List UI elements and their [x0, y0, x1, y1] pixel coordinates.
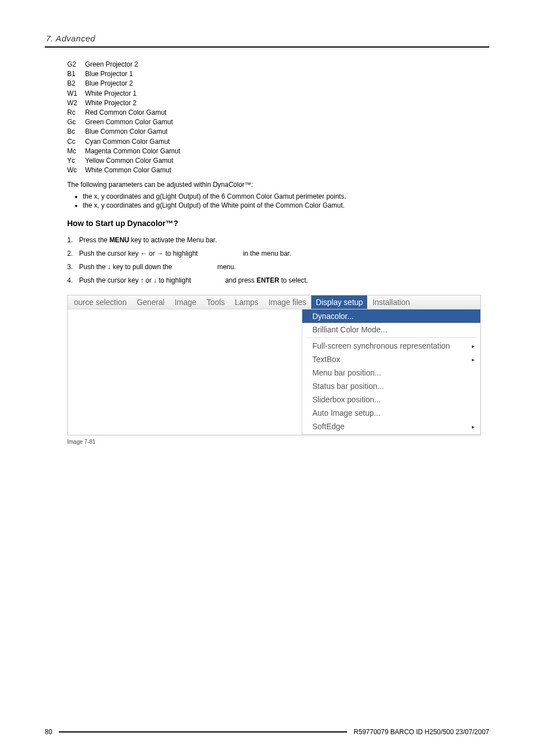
- dropdown-item-label: Brilliant Color Mode...: [312, 325, 387, 334]
- step-key: ENTER: [256, 276, 279, 284]
- footer-rule: [59, 731, 346, 732]
- definition-code: W2: [67, 98, 85, 108]
- definition-label: White Projector 2: [85, 98, 182, 108]
- step-highlight: Dynacolor: [193, 276, 223, 284]
- step-number: 3.: [67, 263, 77, 271]
- step-text: Push the ↓ key to pull down the: [79, 263, 174, 271]
- step-3: 3. Push the ↓ key to pull down the Displ…: [67, 260, 489, 274]
- dropdown-item-label: Auto Image setup...: [312, 408, 380, 417]
- chevron-right-icon: ▸: [472, 356, 475, 363]
- dropdown-item-label: Menu bar position...: [312, 368, 381, 377]
- chevron-right-icon: ▸: [472, 343, 475, 349]
- dropdown-item[interactable]: Full-screen synchronous representation▸: [302, 339, 480, 353]
- step-number: 2.: [67, 250, 77, 257]
- definition-row: WcWhite Common Color Gamut: [67, 166, 182, 175]
- definitions-table: G2Green Projector 2B1Blue Projector 1B2B…: [67, 60, 182, 175]
- dropdown-item[interactable]: Sliderbox position...: [302, 393, 480, 406]
- dropdown-item-label: Sliderbox position...: [312, 395, 381, 404]
- menu-screenshot: ource selection General Image Tools Lamp…: [67, 295, 481, 435]
- step-4: 4. Push the cursor key ↑ or ↓ to highlig…: [67, 274, 489, 287]
- dropdown-item-label: TextBox: [312, 355, 340, 364]
- menu-item-image-files[interactable]: Image files: [264, 298, 312, 307]
- definition-label: Green Projector 2: [85, 60, 182, 69]
- definition-label: Blue Common Color Gamut: [85, 127, 182, 137]
- definition-code: Rc: [67, 108, 85, 118]
- definition-label: Magenta Common Color Gamut: [85, 147, 182, 156]
- header-rule: [45, 46, 489, 48]
- content-block: G2Green Projector 2B1Blue Projector 1B2B…: [67, 60, 489, 445]
- definition-label: Cyan Common Color Gamut: [85, 137, 182, 147]
- chevron-right-icon: ▸: [472, 424, 475, 430]
- step-text: Press the: [79, 236, 109, 244]
- menu-lower: Dynacolor...Brilliant Color Mode...Full-…: [68, 309, 480, 435]
- step-text: and press: [223, 276, 256, 284]
- dropdown-item[interactable]: SoftEdge▸: [302, 420, 480, 433]
- doc-id: R59770079 BARCO ID H250/500 23/07/2007: [350, 728, 489, 736]
- dropdown-item-label: Full-screen synchronous representation: [312, 341, 450, 350]
- definition-row: B1Blue Projector 1: [67, 69, 182, 79]
- step-text: key to activate the Menu bar.: [129, 236, 217, 244]
- step-number: 4.: [67, 276, 77, 284]
- step-2: 2. Push the cursor key ← or → to highlig…: [67, 247, 489, 260]
- page-number: 80: [45, 728, 55, 736]
- step-text: Push the cursor key ↑ or ↓ to highlight: [79, 276, 193, 284]
- step-text: in the menu bar.: [241, 250, 291, 257]
- dropdown-item[interactable]: Auto Image setup...: [302, 406, 480, 420]
- steps-list: 1. Press the MENU key to activate the Me…: [67, 233, 489, 287]
- dropdown-item-label: SoftEdge: [312, 422, 345, 431]
- dropdown-item-label: Status bar position...: [312, 382, 384, 391]
- definition-code: Wc: [67, 166, 85, 175]
- definition-code: G2: [67, 60, 85, 69]
- step-1: 1. Press the MENU key to activate the Me…: [67, 233, 489, 247]
- menu-item-tools[interactable]: Tools: [202, 298, 230, 307]
- definition-row: BcBlue Common Color Gamut: [67, 127, 182, 137]
- definition-code: Cc: [67, 137, 85, 147]
- step-number: 1.: [67, 236, 77, 244]
- definition-row: W2White Projector 2: [67, 98, 182, 108]
- dropdown-item[interactable]: Menu bar position...: [302, 366, 480, 379]
- definition-row: RcRed Common Color Gamut: [67, 108, 182, 118]
- definition-code: Gc: [67, 118, 85, 127]
- definition-row: YcYellow Common Color Gamut: [67, 156, 182, 166]
- page-footer: 80 R59770079 BARCO ID H250/500 23/07/200…: [45, 728, 489, 736]
- definition-label: White Common Color Gamut: [85, 166, 182, 175]
- definition-row: B2Blue Projector 2: [67, 79, 182, 88]
- definition-row: GcGreen Common Color Gamut: [67, 118, 182, 127]
- step-highlight: Display Setup: [200, 250, 241, 257]
- definition-label: Red Common Color Gamut: [85, 108, 182, 118]
- dropdown-item[interactable]: Status bar position...: [302, 379, 480, 393]
- definition-label: Green Common Color Gamut: [85, 118, 182, 127]
- definition-code: B2: [67, 79, 85, 88]
- menu-item-lamps[interactable]: Lamps: [230, 298, 264, 307]
- definition-code: B1: [67, 69, 85, 79]
- section-header: 7. Advanced: [46, 34, 489, 43]
- definition-code: Yc: [67, 156, 85, 166]
- bullet-item: the x, y coordinates and g(Light Output)…: [83, 201, 489, 210]
- menu-item-source[interactable]: ource selection: [69, 298, 132, 307]
- menu-item-display-setup[interactable]: Display setup: [311, 295, 367, 309]
- step-highlight: Display Setup: [174, 263, 216, 271]
- sub-heading: How to Start up Dynacolor™?: [67, 219, 489, 228]
- definition-code: Mc: [67, 147, 85, 156]
- dropdown-menu: Dynacolor...Brilliant Color Mode...Full-…: [302, 309, 480, 435]
- image-caption: Image 7-81: [67, 439, 489, 445]
- menu-item-image[interactable]: Image: [170, 298, 202, 307]
- definition-row: G2Green Projector 2: [67, 60, 182, 69]
- menu-item-installation[interactable]: Installation: [367, 298, 415, 307]
- definition-label: Yellow Common Color Gamut: [85, 156, 182, 166]
- definition-label: Blue Projector 1: [85, 69, 182, 79]
- dropdown-item[interactable]: TextBox▸: [302, 353, 480, 366]
- step-text: to select.: [279, 276, 308, 284]
- dropdown-separator: [306, 337, 477, 338]
- definition-label: White Projector 1: [85, 89, 182, 98]
- definition-code: Bc: [67, 127, 85, 137]
- step-key: MENU: [109, 236, 129, 244]
- dropdown-item[interactable]: Brilliant Color Mode...: [302, 323, 480, 336]
- bullet-list: the x, y coordinates and g(Light Output)…: [67, 192, 489, 210]
- menu-item-general[interactable]: General: [132, 298, 170, 307]
- definition-row: CcCyan Common Color Gamut: [67, 137, 182, 147]
- menu-bar: ource selection General Image Tools Lamp…: [68, 295, 480, 309]
- definition-label: Blue Projector 2: [85, 79, 182, 88]
- definition-row: McMagenta Common Color Gamut: [67, 147, 182, 156]
- dropdown-item[interactable]: Dynacolor...: [302, 309, 480, 323]
